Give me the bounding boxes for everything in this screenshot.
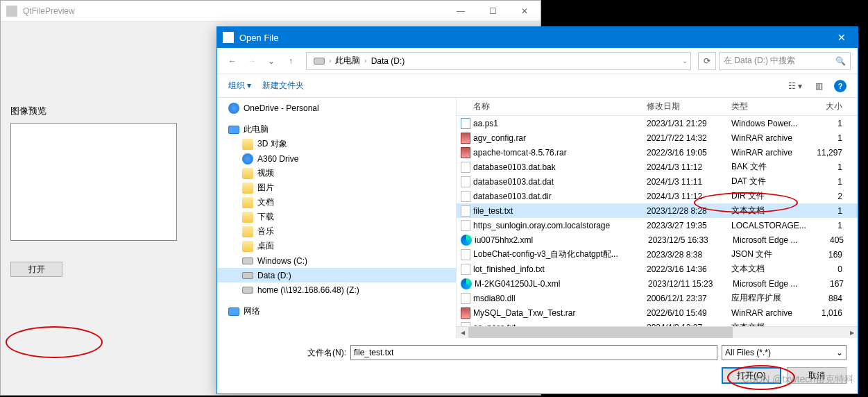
edge-icon — [461, 278, 472, 289]
open-button[interactable]: 打开 — [10, 262, 62, 277]
file-type: LOCALSTORAGE... — [731, 221, 815, 230]
dialog-titlebar[interactable]: Open File ✕ — [217, 27, 858, 48]
file-size: 405 — [816, 235, 844, 245]
pc-icon — [228, 307, 239, 316]
qt-titlebar[interactable]: QtFilePreview — ☐ ✕ — [1, 1, 541, 22]
tree-item[interactable]: Data (D:) — [217, 268, 456, 282]
tree-item[interactable]: A360 Drive — [217, 151, 456, 166]
forward-button[interactable]: → — [244, 53, 260, 69]
file-name: msdia80.dll — [473, 294, 647, 303]
up-button[interactable]: ↑ — [282, 53, 299, 69]
file-icon — [461, 176, 470, 187]
col-date[interactable]: 修改日期 — [647, 101, 731, 112]
new-folder-button[interactable]: 新建文件夹 — [262, 80, 304, 92]
nav-tree[interactable]: OneDrive - Personal此电脑3D 对象A360 Drive视频图… — [217, 98, 457, 338]
organize-menu[interactable]: 组织 ▾ — [228, 80, 251, 92]
file-row[interactable]: database0103.dat.bak2024/1/3 11:12BAK 文件… — [457, 160, 858, 174]
preview-pane-button[interactable]: ▥ — [810, 78, 827, 94]
cloud-icon — [242, 153, 253, 164]
file-row[interactable]: database0103.dat.dat2024/1/3 11:11DAT 文件… — [457, 174, 858, 189]
dialog-close-button[interactable]: ✕ — [826, 27, 858, 48]
maximize-button[interactable]: ☐ — [477, 1, 509, 22]
dialog-cancel-button[interactable]: 取消 — [787, 367, 846, 384]
file-row[interactable]: database0103.dat.dir2024/1/3 11:12DIR 文件… — [457, 189, 858, 203]
folder-icon — [242, 139, 253, 150]
file-row[interactable]: M-2KG041250JL-0.xml2023/12/11 15:23Micro… — [457, 276, 858, 291]
file-size: 1 — [815, 162, 842, 172]
file-row[interactable]: aa.ps12023/1/31 21:29Windows Power...1 — [457, 116, 858, 130]
dialog-title: Open File — [239, 33, 826, 43]
search-placeholder: 在 Data (D:) 中搜索 — [724, 55, 795, 67]
file-row[interactable]: oa_pass.txt2024/4/3 12:37文本文档 — [457, 320, 858, 326]
tree-item-label: 网络 — [244, 305, 260, 317]
tree-item-label: OneDrive - Personal — [244, 103, 319, 113]
tree-item[interactable]: OneDrive - Personal — [217, 101, 456, 115]
filename-input[interactable] — [350, 345, 717, 360]
file-name: aa.ps1 — [473, 119, 647, 128]
file-name: apache-tomcat-8.5.76.rar — [473, 148, 647, 158]
scroll-left-button[interactable]: ◀ — [457, 327, 468, 339]
file-row[interactable]: iu0075hhx2.xml2023/12/5 16:33Microsoft E… — [457, 233, 858, 247]
rar-icon — [461, 307, 470, 319]
dialog-footer: 文件名(N): All Files (*.*) ⌄ 打开(O) 取消 — [217, 338, 858, 394]
file-rows[interactable]: aa.ps12023/1/31 21:29Windows Power...1ag… — [457, 116, 858, 326]
scrollbar-horizontal[interactable]: ◀ ▶ — [457, 326, 858, 338]
tree-item[interactable]: 3D 对象 — [217, 137, 456, 151]
col-name[interactable]: 名称 — [473, 101, 647, 112]
tree-item[interactable]: 此电脑 — [217, 122, 456, 137]
tree-item-label: 音乐 — [257, 226, 274, 237]
col-size[interactable]: 大小 — [815, 101, 842, 112]
file-type: Windows Power... — [731, 119, 815, 128]
tree-item-label: 文档 — [257, 196, 274, 208]
file-type: 文本文档 — [731, 205, 815, 217]
breadcrumb-item[interactable]: 此电脑 — [331, 55, 364, 67]
file-size: 1 — [815, 119, 842, 128]
tree-item-label: home (\\192.168.66.48) (Z:) — [257, 285, 359, 295]
search-input[interactable]: 在 Data (D:) 中搜索 🔍 — [719, 52, 851, 70]
file-row[interactable]: apache-tomcat-8.5.76.rar2022/3/16 19:05W… — [457, 145, 858, 160]
breadcrumb-item[interactable]: Data (D:) — [367, 56, 409, 66]
search-icon: 🔍 — [835, 56, 846, 66]
tree-item[interactable]: home (\\192.168.66.48) (Z:) — [217, 282, 456, 297]
file-row[interactable]: https_sunlogin.oray.com.localstorage2023… — [457, 218, 858, 233]
tree-item[interactable]: 下载 — [217, 210, 456, 224]
file-row[interactable]: LobeChat-config-v3_自动化chatgpt配...2023/3/… — [457, 247, 858, 262]
scroll-right-button[interactable]: ▶ — [846, 327, 858, 339]
tree-item[interactable]: 图片 — [217, 180, 456, 195]
file-row[interactable]: file_test.txt2023/12/28 8:28文本文档1 — [457, 203, 858, 218]
filetype-filter[interactable]: All Files (*.*) ⌄ — [722, 345, 846, 360]
tree-item[interactable]: Windows (C:) — [217, 253, 456, 268]
breadcrumb[interactable]: › 此电脑 › Data (D:) ⌄ — [306, 52, 691, 70]
ps-icon — [461, 118, 470, 129]
tree-item[interactable]: 桌面 — [217, 239, 456, 253]
drive-icon — [242, 272, 253, 279]
chevron-down-icon[interactable]: ⌄ — [682, 57, 688, 65]
close-button[interactable]: ✕ — [509, 1, 541, 22]
refresh-button[interactable]: ⟳ — [698, 52, 716, 70]
tree-item[interactable]: 文档 — [217, 195, 456, 210]
column-headers[interactable]: 名称 修改日期 类型 大小 — [457, 98, 858, 116]
dialog-open-button[interactable]: 打开(O) — [722, 367, 781, 384]
file-icon — [461, 205, 470, 217]
file-row[interactable]: lot_finished_info.txt2022/3/16 14:36文本文档… — [457, 262, 858, 276]
file-size: 167 — [816, 279, 844, 289]
col-type[interactable]: 类型 — [731, 101, 815, 112]
chevron-down-icon: ⌄ — [836, 348, 843, 357]
file-date: 2023/3/28 8:38 — [647, 250, 731, 260]
file-row[interactable]: MySQL_Data_Txw_Test.rar2022/6/10 15:49Wi… — [457, 305, 858, 320]
file-row[interactable]: msdia80.dll2006/12/1 23:37应用程序扩展884 — [457, 291, 858, 305]
view-mode-button[interactable]: ☷ ▾ — [787, 78, 803, 94]
folder-icon — [242, 212, 253, 223]
minimize-button[interactable]: — — [445, 1, 477, 22]
file-name: database0103.dat.dir — [473, 192, 647, 201]
tree-item[interactable]: 视频 — [217, 166, 456, 180]
tree-item[interactable]: 音乐 — [217, 224, 456, 239]
file-type: Microsoft Edge ... — [733, 279, 816, 289]
file-date: 2023/12/5 16:33 — [648, 235, 733, 245]
back-button[interactable]: ← — [224, 53, 241, 69]
help-icon[interactable]: ? — [834, 80, 846, 92]
recent-dropdown[interactable]: ⌄ — [263, 53, 280, 69]
tree-item[interactable]: 网络 — [217, 304, 456, 319]
file-row[interactable]: agv_config.rar2021/7/22 14:32WinRAR arch… — [457, 130, 858, 145]
scroll-thumb[interactable] — [468, 327, 733, 339]
